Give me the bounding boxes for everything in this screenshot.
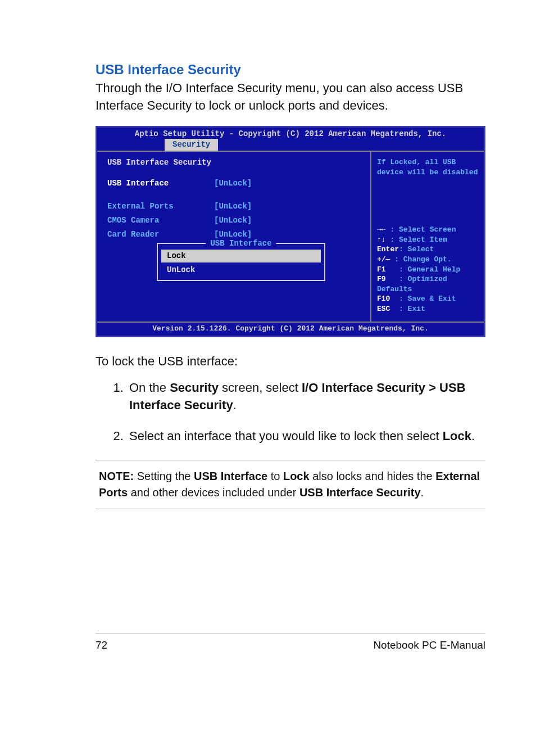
bios-key-desc: : Exit <box>399 305 425 313</box>
bios-help-keys: →← : Select Screen ↑↓ : Select Item Ente… <box>377 225 478 314</box>
bios-popup-item-unlock: UnLock <box>161 264 321 277</box>
bios-key-desc: : General Help <box>399 265 460 274</box>
bios-value: [UnLock] <box>214 201 252 212</box>
text: On the <box>129 381 170 395</box>
bios-help-text: If Locked, all USB device will be disabl… <box>377 157 478 225</box>
page-footer: 72 Notebook PC E-Manual <box>96 633 485 651</box>
bios-label: USB Interface <box>107 178 214 189</box>
bios-row-external-ports: External Ports [UnLock] <box>107 201 362 212</box>
bios-tab-security: Security <box>165 139 218 151</box>
bios-value: [UnLock] <box>214 215 252 226</box>
bios-key: ESC <box>377 305 390 313</box>
step-2: Select an interface that you would like … <box>127 427 485 445</box>
bios-popup-item-lock: Lock <box>161 250 321 262</box>
bios-key: F10 <box>377 295 390 303</box>
section-heading: USB Interface Security <box>96 62 485 78</box>
bold: Lock <box>283 470 310 482</box>
steps-list: On the Security screen, select I/O Inter… <box>96 379 485 445</box>
text: . <box>421 486 424 499</box>
bios-key-desc: : Save & Exit <box>399 295 456 303</box>
text: Setting the <box>134 470 194 482</box>
bios-key: F1 <box>377 265 386 274</box>
text: . <box>471 429 475 443</box>
text: . <box>233 398 237 412</box>
bold: NOTE: <box>99 470 134 482</box>
bios-value: [UnLock] <box>214 178 252 189</box>
bios-key-desc: : Select <box>399 245 434 253</box>
bios-key-desc: : Select Item <box>390 236 447 244</box>
text: Select an interface that you would like … <box>129 429 443 443</box>
bios-main-panel: USB Interface Security USB Interface [Un… <box>97 152 371 322</box>
bios-key-desc: : Change Opt. <box>394 255 451 264</box>
lock-intro: To lock the USB interface: <box>96 354 485 369</box>
bios-key: Enter <box>377 245 399 253</box>
bios-popup: USB Interface Lock UnLock <box>157 243 325 281</box>
bios-panel-title: USB Interface Security <box>107 157 362 168</box>
page-number: 72 <box>96 639 107 651</box>
bios-key: →← <box>377 225 386 234</box>
intro-paragraph: Through the I/O Interface Security menu,… <box>96 80 485 115</box>
text: and other devices included under <box>128 486 299 499</box>
manual-title: Notebook PC E-Manual <box>373 639 485 651</box>
note-box: NOTE: Setting the USB Interface to Lock … <box>96 460 485 509</box>
bold: Security <box>170 381 219 395</box>
text: to <box>267 470 283 482</box>
bios-help-panel: If Locked, all USB device will be disabl… <box>371 152 484 322</box>
bios-label: External Ports <box>107 201 214 212</box>
bios-footer: Version 2.15.1226. Copyright (C) 2012 Am… <box>97 322 484 336</box>
note-text: NOTE: Setting the USB Interface to Lock … <box>99 468 482 501</box>
bios-key-desc: : Select Screen <box>390 225 456 234</box>
bold: USB Interface Security <box>299 486 421 499</box>
bold: USB Interface <box>194 470 267 482</box>
bios-screenshot: Aptio Setup Utility - Copyright (C) 2012… <box>96 126 485 337</box>
text: also locks and hides the <box>310 470 436 482</box>
bios-key: +/— <box>377 255 390 264</box>
bios-key-desc: : Optimized Defaults <box>377 275 447 293</box>
step-1: On the Security screen, select I/O Inter… <box>127 379 485 414</box>
bios-row-cmos-camera: CMOS Camera [UnLock] <box>107 215 362 226</box>
bold: Lock <box>443 429 471 443</box>
bios-key: F9 <box>377 275 386 283</box>
bios-header: Aptio Setup Utility - Copyright (C) 2012… <box>97 128 484 139</box>
bios-popup-title: USB Interface <box>206 238 276 249</box>
text: screen, select <box>219 381 302 395</box>
bios-label: CMOS Camera <box>107 215 214 226</box>
bios-row-usb-interface: USB Interface [UnLock] <box>107 178 362 189</box>
bios-key: ↑↓ <box>377 236 386 244</box>
bios-label: Card Reader <box>107 229 214 240</box>
